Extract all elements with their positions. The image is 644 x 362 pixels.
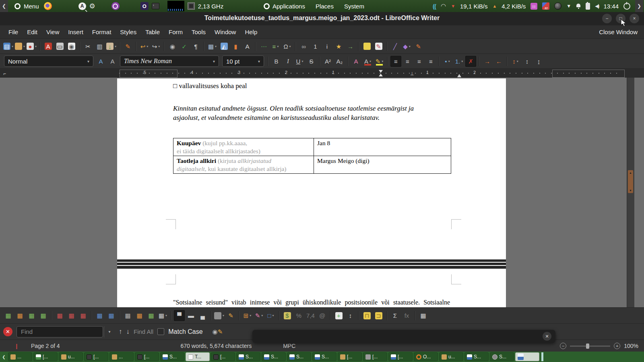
export-pdf-icon[interactable]: A bbox=[43, 41, 54, 52]
bullet-list-button[interactable]: •▾ bbox=[442, 56, 453, 67]
italic-button[interactable]: I bbox=[283, 56, 293, 67]
basic-shapes-icon[interactable]: ◆▾ bbox=[401, 41, 412, 52]
indicator-triangle-icon[interactable]: ▼ bbox=[566, 3, 571, 9]
dropdown-chevron-icon[interactable]: ▾ bbox=[223, 314, 224, 317]
status-orb-icon[interactable] bbox=[554, 2, 561, 10]
print-preview-icon[interactable]: ◉ bbox=[66, 41, 77, 52]
dropdown-chevron-icon[interactable]: ▾ bbox=[289, 45, 291, 48]
table-design-icon[interactable]: ✎ bbox=[225, 310, 236, 321]
signal-waves-icon[interactable]: (( bbox=[433, 3, 436, 10]
special-character-icon[interactable]: Ω▾ bbox=[282, 41, 293, 52]
border-color-icon[interactable]: □▾ bbox=[265, 310, 276, 321]
select-cell-icon[interactable]: ▦ bbox=[122, 310, 133, 321]
taskbar-window-button[interactable]: u... bbox=[439, 352, 463, 361]
zoom-out-button[interactable]: − bbox=[560, 343, 566, 349]
undo-icon[interactable]: ↩▾ bbox=[139, 41, 150, 52]
taskbar-window-button[interactable]: [... bbox=[33, 352, 58, 361]
border-style-icon[interactable]: ✎▾ bbox=[254, 310, 264, 321]
taskbar-window-button[interactable]: [... bbox=[84, 352, 108, 361]
dropdown-chevron-icon[interactable]: ▾ bbox=[147, 45, 148, 48]
chevron-down-icon[interactable]: ▾ bbox=[84, 59, 89, 64]
dropdown-chevron-icon[interactable]: ▾ bbox=[215, 45, 217, 48]
new-style-icon[interactable]: A bbox=[107, 56, 118, 67]
battery-icon[interactable] bbox=[586, 3, 590, 10]
tor-browser-icon[interactable] bbox=[111, 2, 120, 10]
formula-icon[interactable]: fx bbox=[401, 310, 412, 321]
font-size-combo[interactable]: 10 pt ▾ bbox=[222, 56, 264, 67]
print-icon[interactable]: ▭ bbox=[54, 41, 65, 52]
taskbar-window-button[interactable]: S... bbox=[312, 352, 336, 361]
panel-chevron-right-icon[interactable]: ❯ bbox=[635, 0, 643, 12]
copy-icon[interactable]: ▥ bbox=[94, 41, 105, 52]
background-color-icon[interactable]: ▾ bbox=[214, 310, 225, 321]
wifi-icon[interactable]: ◠ bbox=[441, 2, 446, 10]
delete-table-icon[interactable]: ▦ bbox=[78, 310, 89, 321]
track-changes-icon[interactable]: ✎ bbox=[373, 41, 384, 52]
merge-cells-icon[interactable]: ▦ bbox=[94, 310, 105, 321]
insert-field-icon[interactable]: ≡▾ bbox=[270, 41, 281, 52]
taskbar-window-button[interactable]: S... bbox=[262, 352, 286, 361]
insert-hyperlink-icon[interactable]: ∞ bbox=[298, 41, 309, 52]
places-menu[interactable]: Places bbox=[316, 3, 334, 10]
taskbar-window-button[interactable]: [... bbox=[135, 352, 159, 361]
insert-column-left-icon[interactable]: ▦ bbox=[26, 310, 37, 321]
dropdown-chevron-icon[interactable]: ▾ bbox=[23, 45, 25, 48]
magnifier-a-icon[interactable]: A bbox=[78, 2, 86, 10]
formatting-marks-icon[interactable]: ¶ bbox=[190, 41, 201, 52]
volume-icon[interactable]: ◀) bbox=[595, 3, 599, 9]
system-monitor-graph-icon[interactable] bbox=[167, 1, 184, 11]
unprotect-cells-icon[interactable]: ⊐ bbox=[373, 310, 384, 321]
taskbar-window-button[interactable]: T... bbox=[186, 352, 210, 361]
bookmark-status-icon[interactable]: ❙ bbox=[14, 343, 19, 349]
dropdown-chevron-icon[interactable]: ▾ bbox=[382, 60, 383, 63]
clock-label[interactable]: 13:44 bbox=[603, 3, 619, 10]
page-count-field[interactable]: Page 2 of 4 bbox=[31, 343, 60, 349]
tab-stop-selector[interactable]: ⌐ bbox=[3, 71, 6, 76]
strikethrough-button[interactable]: S bbox=[306, 56, 317, 67]
align-right-button[interactable]: ≡ bbox=[414, 56, 425, 67]
insert-line-icon[interactable]: ╱ bbox=[390, 41, 400, 52]
power-icon[interactable] bbox=[623, 3, 630, 10]
align-bottom-icon[interactable]: ▄ bbox=[197, 310, 208, 321]
insert-table-icon[interactable]: ▦▾ bbox=[207, 41, 218, 52]
menu-button[interactable]: Menu bbox=[24, 3, 39, 10]
table-properties-icon[interactable]: ▦ bbox=[418, 310, 429, 321]
dropdown-chevron-icon[interactable]: ▾ bbox=[409, 45, 411, 48]
select-table-icon[interactable]: ▦ bbox=[134, 310, 145, 321]
signature-value-cell[interactable]: Margus Meigo (digi) bbox=[314, 156, 451, 174]
insert-endnote-icon[interactable]: i bbox=[322, 41, 332, 52]
menu-tools[interactable]: Tools bbox=[187, 25, 210, 39]
protect-cells-icon[interactable]: ⊓ bbox=[361, 310, 372, 321]
cross-reference-icon[interactable]: → bbox=[345, 41, 356, 52]
dropdown-chevron-icon[interactable]: ▾ bbox=[115, 45, 116, 48]
page-style-field[interactable]: MPC bbox=[283, 343, 295, 349]
insert-caption-icon[interactable]: + bbox=[333, 310, 344, 321]
zoom-level-label[interactable]: 100% bbox=[624, 343, 638, 349]
scrollbar-thumb[interactable]: ▲▼ bbox=[628, 170, 633, 193]
taskbar-window-button[interactable]: u... bbox=[59, 352, 83, 361]
paste-icon[interactable]: ↓▾ bbox=[106, 41, 117, 52]
taskbar-window-button[interactable]: S... bbox=[236, 352, 260, 361]
dropdown-chevron-icon[interactable]: ▾ bbox=[250, 314, 251, 317]
split-cells-icon[interactable]: ▦ bbox=[106, 310, 117, 321]
find-and-replace-icon[interactable]: ◉✎ bbox=[213, 328, 223, 335]
autoformat-styles-icon[interactable]: ▦▾ bbox=[157, 310, 168, 321]
dropdown-chevron-icon[interactable]: ▾ bbox=[277, 45, 279, 48]
applications-menu[interactable]: Applications bbox=[272, 3, 305, 10]
taskbar-window-button[interactable]: S... bbox=[287, 352, 311, 361]
notifications-bell-icon[interactable] bbox=[576, 4, 581, 9]
clone-formatting-icon[interactable]: ✎ bbox=[122, 41, 133, 52]
taskbar-window-button[interactable]: S... bbox=[160, 352, 184, 361]
menu-table[interactable]: Table bbox=[141, 25, 164, 39]
chevron-down-icon[interactable]: ▾ bbox=[255, 59, 260, 64]
close-find-bar-button[interactable]: ✕ bbox=[3, 327, 12, 336]
chevron-down-icon[interactable]: ▾ bbox=[210, 59, 215, 64]
align-top-icon[interactable]: ▀ bbox=[174, 310, 185, 321]
system-menu[interactable]: System bbox=[344, 3, 364, 10]
mate-menu-icon[interactable] bbox=[14, 3, 21, 9]
bold-button[interactable]: B bbox=[271, 56, 282, 67]
find-previous-button[interactable]: ↑ bbox=[119, 328, 122, 336]
save-icon[interactable]: ●▾ bbox=[26, 41, 37, 52]
sum-icon[interactable]: Σ bbox=[390, 310, 400, 321]
menu-window[interactable]: Window bbox=[210, 25, 240, 39]
